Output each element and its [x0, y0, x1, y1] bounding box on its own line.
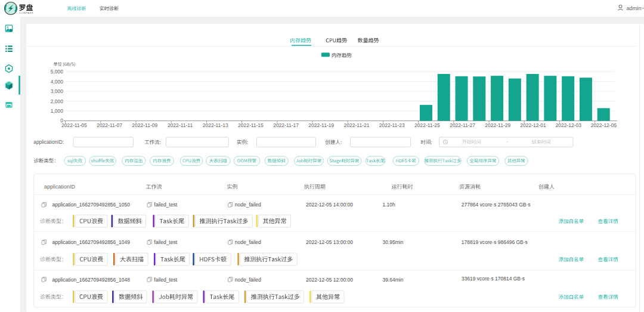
svg-text:2022-12-05 14:00:00: 2022-12-05 14:00:00: [306, 202, 353, 208]
svg-text:2022-11-13: 2022-11-13: [203, 122, 228, 128]
svg-text:failed_test: failed_test: [154, 277, 177, 283]
svg-text:node_failed: node_failed: [235, 202, 261, 208]
svg-text:applicationID:: applicationID:: [33, 139, 64, 145]
svg-text:2022-11-07: 2022-11-07: [97, 122, 122, 128]
svg-text:178819 vcore·s 986496 GB·s: 178819 vcore·s 986496 GB·s: [462, 239, 528, 245]
svg-text:2022-12-05 13:00:00: 2022-12-05 13:00:00: [306, 239, 353, 245]
svg-text:application_1662709492856_1050: application_1662709492856_1050: [52, 202, 131, 208]
svg-text:2022-12-01: 2022-12-01: [520, 122, 546, 128]
svg-text:failed_test: failed_test: [154, 202, 177, 208]
svg-text:30.95min: 30.95min: [383, 239, 404, 245]
svg-text:2022-11-05: 2022-11-05: [61, 122, 87, 128]
svg-text:2022-11-11: 2022-11-11: [168, 122, 193, 128]
svg-text:277864 vcore·s 2765043 GB·s: 277864 vcore·s 2765043 GB·s: [462, 202, 531, 208]
svg-text:-: -: [506, 138, 508, 144]
svg-text:2022-12-05: 2022-12-05: [591, 122, 617, 128]
svg-text:2022-12-05 12:00:00: 2022-12-05 12:00:00: [306, 277, 353, 283]
svg-text:application_1662709492856_1049: application_1662709492856_1049: [52, 239, 131, 245]
svg-text:1.10h: 1.10h: [383, 202, 396, 208]
svg-text:COMPASS: COMPASS: [19, 11, 33, 14]
svg-text:node_failed: node_failed: [235, 277, 261, 283]
svg-text:1,000: 1,000: [51, 108, 64, 114]
svg-text:admin: admin: [627, 5, 642, 11]
svg-text:2022-11-15: 2022-11-15: [238, 122, 264, 128]
svg-text:2022-11-29: 2022-11-29: [485, 122, 510, 128]
svg-text:2022-11-17: 2022-11-17: [273, 122, 299, 128]
svg-text:2022-11-23: 2022-11-23: [379, 122, 405, 128]
svg-text:failed_test: failed_test: [154, 239, 177, 245]
svg-text:application_1662709492856_1048: application_1662709492856_1048: [52, 277, 131, 283]
svg-text:2022-11-25: 2022-11-25: [414, 122, 440, 128]
svg-text:applicationID: applicationID: [44, 184, 76, 190]
svg-text:5,000: 5,000: [51, 69, 64, 75]
svg-text:2022-12-03: 2022-12-03: [555, 122, 581, 128]
svg-text:2,000: 2,000: [51, 98, 64, 104]
svg-text:2022-11-19: 2022-11-19: [308, 122, 334, 128]
svg-text:3,000: 3,000: [51, 88, 64, 94]
svg-text:33619 vcore·s 170814 GB·s: 33619 vcore·s 170814 GB·s: [462, 276, 525, 282]
svg-text:2022-11-27: 2022-11-27: [450, 122, 475, 128]
svg-text:node_failed: node_failed: [235, 239, 261, 245]
svg-text:2022-11-21: 2022-11-21: [344, 122, 370, 128]
svg-text:4,000: 4,000: [51, 79, 64, 85]
svg-text:2022-11-09: 2022-11-09: [132, 122, 157, 128]
svg-text:39.64min: 39.64min: [383, 277, 404, 283]
